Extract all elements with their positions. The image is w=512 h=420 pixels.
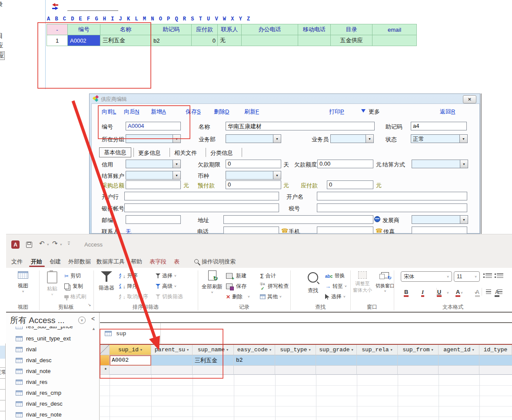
align-left-icon[interactable] — [486, 290, 491, 294]
grid-header-contact[interactable]: 联系人 — [218, 24, 242, 35]
cell-id-type[interactable] — [479, 355, 512, 366]
view-button[interactable]: 视图˅ — [13, 271, 33, 293]
nav-item[interactable]: rival — [6, 346, 37, 353]
dropdown-arrow-icon[interactable] — [173, 171, 181, 180]
font-name-select[interactable]: 宋体˅ — [401, 271, 452, 282]
cell-code[interactable]: A0002 — [68, 35, 100, 46]
new-cell[interactable] — [439, 366, 479, 375]
more-records-button[interactable]: 其他˅ — [260, 293, 282, 300]
format-painter-button[interactable]: 格式刷 — [64, 293, 86, 300]
dropdown-arrow-icon[interactable] — [273, 134, 281, 143]
column-header-easy-code[interactable]: easy_code▼ — [234, 345, 275, 355]
purchase-total-field[interactable] — [126, 180, 181, 189]
cell-sup-grade[interactable] — [316, 355, 357, 366]
grid-header-name[interactable]: 名称 — [100, 24, 151, 35]
tab-database-tools[interactable]: 数据库工具 — [96, 258, 125, 266]
replace-button[interactable]: 替换 — [325, 272, 345, 280]
dropdown-arrow-icon[interactable] — [366, 134, 374, 143]
bold-button[interactable]: B — [404, 289, 408, 295]
supplier-grid-data-row[interactable]: 1 A0002 三利五金 b2 0 无 五金供应 — [47, 35, 417, 46]
column-header-parent-sup[interactable]: parent_su▼ — [151, 345, 193, 355]
font-color-arrow[interactable]: ˅ — [447, 291, 449, 295]
clerk-select[interactable] — [330, 134, 374, 143]
clear-sort-button[interactable]: AZ↓取消排序 — [119, 293, 148, 300]
dropdown-arrow-icon[interactable] — [173, 160, 181, 168]
sort-desc-button[interactable]: ZA↓降序 — [119, 283, 138, 290]
column-header-sup-rela[interactable]: sup_rela▼ — [357, 345, 398, 355]
tab-external-data[interactable]: 外部数据 — [68, 258, 91, 266]
debt-limit-field[interactable]: 0.00 — [317, 160, 373, 168]
tab-basic-info[interactable]: 基本信息 — [99, 147, 131, 157]
copy-button[interactable]: 复制 — [64, 283, 83, 290]
back-button[interactable]: 返回R — [440, 108, 455, 116]
currency-select[interactable] — [226, 171, 281, 180]
cell-easy-code[interactable]: b2 — [234, 355, 275, 366]
bank-no-field[interactable] — [124, 203, 279, 212]
column-header-sup-id[interactable]: sup_id▼ — [110, 345, 151, 355]
close-icon[interactable]: ✕ — [463, 95, 476, 103]
more-button[interactable]: 更多 — [369, 108, 380, 116]
new-cell[interactable] — [316, 366, 357, 375]
mnemonic-field[interactable]: a4 — [411, 122, 467, 130]
new-cell[interactable] — [110, 366, 151, 375]
redo-icon[interactable]: ↷ — [52, 240, 58, 247]
prepay-field[interactable]: 0 — [226, 180, 281, 189]
grid-header-email[interactable]: email — [372, 24, 417, 35]
grid-header-catalog[interactable]: 目录 — [331, 24, 372, 35]
sort-asc-button[interactable]: AZ↓升序 — [119, 272, 138, 280]
cell-agent-id[interactable] — [439, 355, 479, 366]
name-field[interactable]: 华南五康建材 — [226, 122, 375, 130]
font-color-button[interactable]: A — [456, 289, 460, 295]
row-selector[interactable] — [100, 355, 110, 366]
cell-mobile[interactable] — [298, 35, 331, 46]
nav-item[interactable]: rival_res — [6, 379, 47, 385]
save-record-button[interactable]: 保存 — [226, 283, 246, 290]
switch-windows-button[interactable]: 切换窗口˅ — [374, 272, 396, 293]
advanced-filter-button[interactable]: 高级˅ — [156, 283, 176, 290]
cell-sup-type[interactable] — [275, 355, 316, 366]
cell-sup-name[interactable]: 三利五金 — [193, 355, 234, 366]
grid-header-mobile[interactable]: 移动电话 — [298, 24, 331, 35]
column-header-agent-id[interactable]: agent_id▼ — [439, 345, 479, 355]
prev-button[interactable]: 向前L — [102, 108, 116, 116]
nav-item[interactable]: rival_res_note — [6, 411, 62, 418]
nav-item[interactable]: rival_res_desc — [6, 400, 63, 407]
developer-select[interactable] — [412, 215, 468, 224]
highlight-arrow[interactable]: ˅ — [461, 291, 463, 295]
bank-field[interactable] — [124, 192, 279, 200]
goto-button[interactable]: →转至˅ — [325, 283, 347, 290]
zip-field[interactable] — [126, 215, 181, 224]
cell-office-phone[interactable] — [242, 35, 298, 46]
credit-select[interactable] — [126, 160, 181, 168]
cell-payable[interactable]: 0 — [192, 35, 218, 46]
paste-button[interactable]: 粘贴˅ — [43, 271, 62, 297]
new-cell[interactable] — [398, 366, 439, 375]
dialog-launcher-icon[interactable]: ↘ — [88, 303, 91, 307]
cut-button[interactable]: ✂剪切 — [64, 272, 81, 280]
cell-email[interactable] — [372, 35, 417, 46]
numbered-list-icon[interactable] — [495, 273, 503, 278]
dropdown-arrow-icon[interactable] — [460, 215, 468, 224]
status-select[interactable]: 正常 — [411, 134, 468, 143]
debt-term-field[interactable]: 0 — [226, 160, 281, 168]
bullet-list-icon[interactable] — [483, 273, 492, 278]
grid-header-code[interactable]: 编号 — [68, 24, 100, 35]
cell-sup-id[interactable]: A0002 — [110, 355, 151, 366]
column-header-sup-type[interactable]: sup_type▼ — [275, 345, 316, 355]
selection-filter-button[interactable]: 选择˅ — [156, 272, 176, 280]
new-cell[interactable] — [275, 366, 316, 375]
tell-me-search[interactable]: 操作说明搜索 — [202, 258, 236, 266]
delete-button[interactable]: 删除D — [214, 108, 229, 116]
settle-account-select[interactable] — [126, 171, 181, 180]
totals-button[interactable]: Σ合计 — [260, 272, 276, 280]
size-to-fit-form-button[interactable]: 调整至 窗体大小 — [352, 271, 373, 293]
add-button[interactable]: 新增A — [151, 108, 166, 116]
new-record-row[interactable]: * — [100, 366, 512, 375]
cell-sup-from[interactable] — [398, 355, 439, 366]
new-cell[interactable] — [193, 366, 234, 375]
contact-value[interactable]: 无 — [126, 228, 131, 234]
new-cell[interactable] — [234, 366, 275, 375]
nav-item[interactable]: rival_note — [6, 368, 50, 374]
fax-field[interactable] — [412, 227, 467, 234]
undo-icon[interactable]: ↶ — [39, 240, 45, 247]
